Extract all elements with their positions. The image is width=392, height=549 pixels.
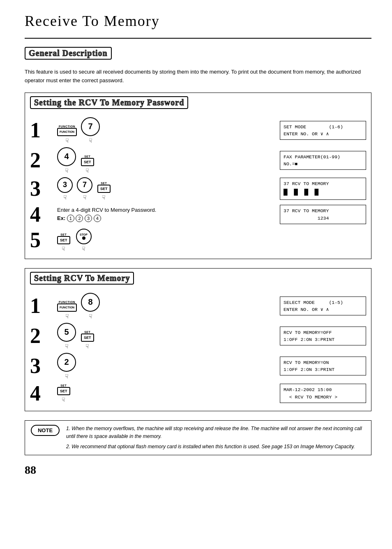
set-label-5: SET (60, 233, 67, 236)
step-3-row: 3 3 ☟ 7 ☟ SET SET (30, 177, 366, 201)
display-4: 37 RCV TO MEMORY 1234 (280, 205, 366, 224)
set-button-r4[interactable]: SET (57, 387, 70, 395)
rcv-step-4-number: 4 (30, 383, 50, 404)
function-button-1[interactable]: FUNCTION (57, 128, 77, 136)
key-8-step1[interactable]: 8 (81, 293, 100, 312)
step-3-number: 3 (30, 178, 50, 199)
stop-button[interactable]: STOP (76, 229, 92, 244)
key-3-step3[interactable]: 3 (57, 177, 73, 193)
set-button-2[interactable]: SET (81, 158, 94, 166)
rcv-step-4-row: 4 SET SET ☟ MAR-12-2002 15:00 < RCV TO M… (30, 383, 366, 404)
step-4-number: 4 (30, 204, 50, 225)
rcv-step-2-row: 2 5 ☟ SET SET ☟ RCV TO MEMORY=OFF (30, 323, 366, 350)
step-2-row: 2 4 ☟ SET SET ☟ FAX PARAMETER(01-9 (30, 147, 366, 174)
rcv-step-3-content: 2 ☟ (57, 353, 272, 380)
hand-cursor-1a: ☟ (65, 137, 69, 144)
step-5-number: 5 (30, 229, 50, 251)
key-4-step2[interactable]: 4 (57, 147, 76, 166)
hand-cursor-2b: ☟ (85, 167, 89, 174)
hand-cursor-3b: ☟ (83, 194, 87, 201)
set-label-2: SET (84, 155, 90, 158)
key-5-step2[interactable]: 5 (57, 323, 76, 342)
rcv-step-3-row: 3 2 ☟ RCV TO MEMORY=ON 1:OFF 2:ON 3:PRIN… (30, 353, 366, 380)
key-7-step1[interactable]: 7 (81, 117, 100, 136)
general-description-title: General Description (29, 49, 108, 58)
hand-cursor-5a: ☟ (62, 246, 65, 252)
general-description-section: General Description This feature is used… (25, 47, 371, 85)
setting-rcv-section: Setting RCV To Memory 1 FUNCTION FUNCTIO… (25, 268, 371, 411)
display-1: SET MODE (1-6) ENTER NO. OR ∨ ∧ (280, 121, 366, 140)
circle-2: 2 (76, 215, 83, 222)
general-description-text: This feature is used to secure all recei… (25, 68, 371, 85)
note-label: NOTE (31, 425, 60, 436)
rcv-display-3: RCV TO MEMORY=ON 1:OFF 2:ON 3:PRINT (280, 357, 366, 376)
step-1-content: FUNCTION FUNCTION ☟ 7 ☟ (57, 117, 272, 144)
display-3: 37 RCV TO MEMORY █ █ █ █ (280, 178, 366, 199)
rcv-step-1-number: 1 (30, 295, 50, 317)
step-4-row: 4 Enter a 4-digit RCV to Memory Password… (30, 204, 366, 225)
page-number: 88 (25, 463, 371, 477)
step-3-content: 3 ☟ 7 ☟ SET SET ☟ (57, 177, 272, 201)
step-1-row: 1 FUNCTION FUNCTION ☟ 7 ☟ SET MODE (30, 117, 366, 144)
set-button-3[interactable]: SET (97, 185, 111, 193)
hand-cursor-r4a: ☟ (62, 396, 65, 403)
rcv-step-2-number: 2 (30, 325, 50, 347)
set-button-5[interactable]: SET (57, 236, 70, 244)
hand-cursor-1b: ☟ (89, 137, 92, 144)
step-2-number: 2 (30, 150, 50, 171)
step-4-ex: Ex: 1 2 3 4 (57, 215, 101, 222)
rcv-display-4: MAR-12-2002 15:00 < RCV TO MEMORY > (280, 384, 366, 403)
note-item-1: 1. When the memory overflows, the machin… (66, 425, 365, 440)
rcv-step-1-content: FUNCTION FUNCTION ☟ 8 ☟ (57, 293, 272, 320)
set-button-r2[interactable]: SET (81, 334, 94, 342)
step-5-content: SET SET ☟ STOP ☟ (57, 229, 366, 252)
set-label-3: SET (101, 182, 107, 185)
circle-1: 1 (67, 215, 74, 222)
function-label-r1: FUNCTION (59, 301, 75, 303)
note-section: NOTE 1. When the memory overflows, the m… (25, 420, 371, 456)
hand-cursor-2a: ☟ (65, 167, 69, 174)
step-4-content: Enter a 4-digit RCV to Memory Password. … (57, 207, 272, 222)
set-label-r2: SET (84, 331, 90, 334)
display-2: FAX PARAMETER(01-99) NO.=■ (280, 151, 366, 170)
setting-rcv-title: Setting RCV To Memory (34, 273, 130, 283)
key-2-step3[interactable]: 2 (57, 353, 76, 372)
step-1-number: 1 (30, 120, 50, 141)
hand-cursor-r3a: ☟ (65, 373, 69, 380)
circle-4: 4 (94, 215, 101, 222)
setting-rcv-box: Setting RCV To Memory (30, 272, 134, 285)
rcv-step-3-number: 3 (30, 355, 50, 377)
step-4-text: Enter a 4-digit RCV to Memory Password. (57, 207, 156, 213)
page-title: Receive To Memory (25, 12, 371, 30)
hand-cursor-r1b: ☟ (89, 313, 92, 320)
hand-cursor-r2a: ☟ (65, 343, 69, 350)
hand-cursor-r2b: ☟ (85, 343, 89, 350)
rcv-display-1: SELECT MODE (1-5) ENTER NO. OR ∨ ∧ (280, 297, 366, 316)
function-button-r1[interactable]: FUNCTION (57, 303, 77, 312)
hand-cursor-3c: ☟ (102, 194, 106, 201)
setting-password-box: Setting the RCV To Memory Password (30, 96, 188, 109)
setting-password-title: Setting the RCV To Memory Password (34, 98, 184, 107)
rcv-display-2: RCV TO MEMORY=OFF 1:OFF 2:ON 3:PRINT (280, 327, 366, 346)
setting-password-section: Setting the RCV To Memory Password 1 FUN… (25, 93, 371, 259)
function-label-1: FUNCTION (59, 125, 75, 128)
rcv-step-2-content: 5 ☟ SET SET ☟ (57, 323, 272, 350)
step-5-row: 5 SET SET ☟ STOP ☟ (30, 229, 366, 252)
general-description-box: General Description (25, 47, 112, 60)
set-label-r4: SET (60, 384, 67, 387)
note-item-2: 2. We recommend that optional flash memo… (66, 443, 365, 451)
step-2-content: 4 ☟ SET SET ☟ (57, 147, 272, 174)
circle-3: 3 (85, 215, 92, 222)
rcv-step-1-row: 1 FUNCTION FUNCTION ☟ 8 ☟ SELECT M (30, 293, 366, 320)
hand-cursor-5b: ☟ (82, 246, 85, 252)
hand-cursor-r1a: ☟ (65, 313, 69, 320)
key-7-step3[interactable]: 7 (77, 177, 92, 193)
hand-cursor-3a: ☟ (63, 194, 67, 201)
rcv-step-4-content: SET SET ☟ (57, 384, 272, 403)
note-content: 1. When the memory overflows, the machin… (66, 425, 365, 451)
